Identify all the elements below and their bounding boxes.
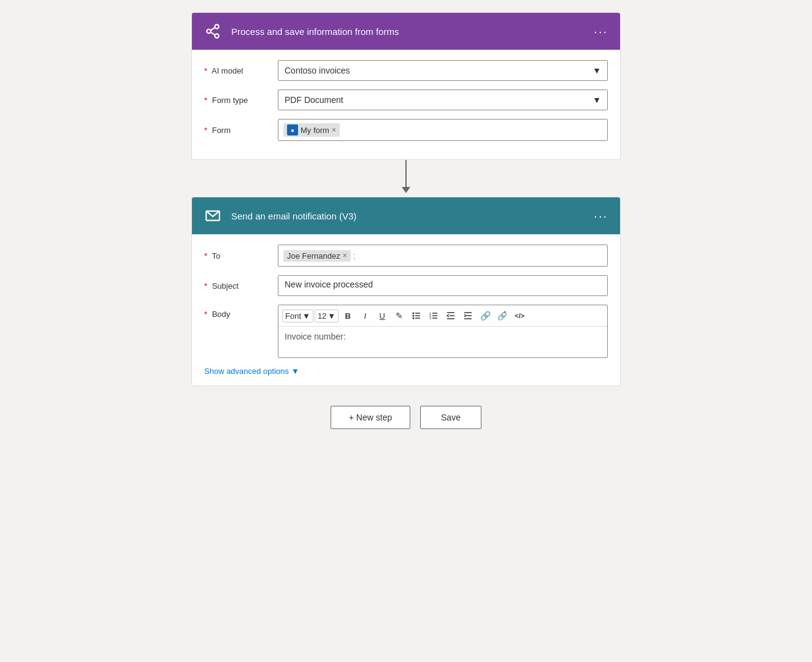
form-type-dropdown[interactable]: PDF Document ▼	[278, 89, 608, 110]
step2-title: Send an email notification (V3)	[231, 211, 591, 221]
form-type-dropdown-arrow: ▼	[592, 95, 601, 105]
my-form-tag-close[interactable]: ×	[332, 126, 336, 134]
my-form-tag: ● My form ×	[283, 123, 340, 137]
svg-point-10	[413, 318, 415, 319]
subject-required: *	[204, 281, 207, 291]
step2-more-button[interactable]: ···	[591, 210, 610, 222]
ai-model-label: * AI model	[204, 66, 278, 75]
ai-model-row: * AI model Contoso invoices ▼	[204, 60, 608, 81]
form-label: * Form	[204, 126, 278, 135]
font-dropdown-arrow: ▼	[302, 311, 310, 321]
joe-fernandez-tag-close[interactable]: ×	[343, 251, 347, 260]
unordered-list-button[interactable]	[408, 308, 424, 324]
step1-body: * AI model Contoso invoices ▼ * Form typ…	[192, 50, 620, 159]
ai-model-dropdown-arrow: ▼	[592, 66, 601, 75]
step1-title: Process and save information from forms	[231, 26, 591, 37]
to-tag-input[interactable]: Joe Fernandez × ;	[278, 245, 608, 267]
subject-label: * Subject	[204, 281, 278, 291]
italic-button[interactable]: I	[357, 308, 373, 324]
arrow-head-1	[402, 187, 410, 193]
subject-input[interactable]: New invoice processed	[278, 275, 608, 296]
show-advanced-chevron: ▼	[291, 367, 299, 376]
body-editor[interactable]: Font ▼ 12 ▼ B I U	[278, 305, 608, 358]
to-label: * To	[204, 251, 278, 261]
decrease-indent-button[interactable]	[443, 308, 459, 324]
arrow-line-1	[405, 160, 407, 187]
svg-line-3	[210, 28, 215, 31]
arrow-connector-1	[402, 160, 410, 197]
body-toolbar: Font ▼ 12 ▼ B I U	[278, 305, 607, 327]
svg-text:3.: 3.	[429, 316, 432, 320]
svg-point-8	[413, 315, 415, 317]
step1-icon	[202, 20, 224, 42]
form-tag-icon: ●	[287, 124, 298, 135]
step1-more-button[interactable]: ···	[591, 25, 610, 37]
font-size-select[interactable]: 12 ▼	[315, 310, 339, 322]
ai-model-dropdown[interactable]: Contoso invoices ▼	[278, 60, 608, 81]
step2-icon	[202, 205, 224, 227]
form-required: *	[204, 126, 207, 135]
form-type-label: * Form type	[204, 96, 278, 105]
body-content[interactable]: Invoice number:	[278, 327, 607, 357]
joe-fernandez-tag: Joe Fernandez ×	[283, 250, 351, 262]
show-advanced-options[interactable]: Show advanced options ▼	[204, 367, 608, 376]
body-label: * Body	[204, 305, 278, 319]
link-button[interactable]: 🔗	[477, 308, 493, 324]
svg-point-0	[215, 25, 219, 29]
unlink-button[interactable]: 🔗	[494, 308, 510, 324]
to-required: *	[204, 251, 207, 261]
step2-body: * To Joe Fernandez × ; * Subject	[192, 235, 620, 386]
bottom-buttons: + New step Save	[331, 406, 481, 429]
svg-point-1	[215, 34, 219, 38]
body-row: * Body Font ▼ 12 ▼	[204, 305, 608, 358]
underline-button[interactable]: U	[374, 308, 390, 324]
new-step-button[interactable]: + New step	[331, 406, 410, 429]
highlight-button[interactable]: ✎	[391, 308, 407, 324]
form-type-row: * Form type PDF Document ▼	[204, 89, 608, 110]
save-button[interactable]: Save	[420, 406, 481, 429]
step1-card: Process and save information from forms …	[191, 12, 621, 160]
step2-header: Send an email notification (V3) ···	[192, 197, 620, 235]
font-select[interactable]: Font ▼	[282, 310, 313, 322]
form-type-required: *	[204, 96, 207, 105]
svg-line-4	[210, 32, 215, 35]
step2-card: Send an email notification (V3) ··· * To…	[191, 197, 621, 386]
form-tag-input[interactable]: ● My form ×	[278, 119, 608, 141]
svg-point-2	[207, 29, 211, 34]
font-size-dropdown-arrow: ▼	[327, 311, 335, 321]
body-required: *	[204, 310, 207, 319]
subject-row: * Subject New invoice processed	[204, 275, 608, 296]
increase-indent-button[interactable]	[460, 308, 476, 324]
ai-model-required: *	[204, 66, 207, 75]
ordered-list-button[interactable]: 1.2.3.	[426, 308, 442, 324]
step1-header: Process and save information from forms …	[192, 13, 620, 50]
code-button[interactable]: </>	[511, 308, 527, 324]
to-input-cursor: ;	[353, 251, 356, 261]
form-row: * Form ● My form ×	[204, 119, 608, 141]
svg-point-6	[413, 313, 415, 314]
svg-text:🔗: 🔗	[497, 311, 507, 321]
to-row: * To Joe Fernandez × ;	[204, 245, 608, 267]
bold-button[interactable]: B	[340, 308, 356, 324]
